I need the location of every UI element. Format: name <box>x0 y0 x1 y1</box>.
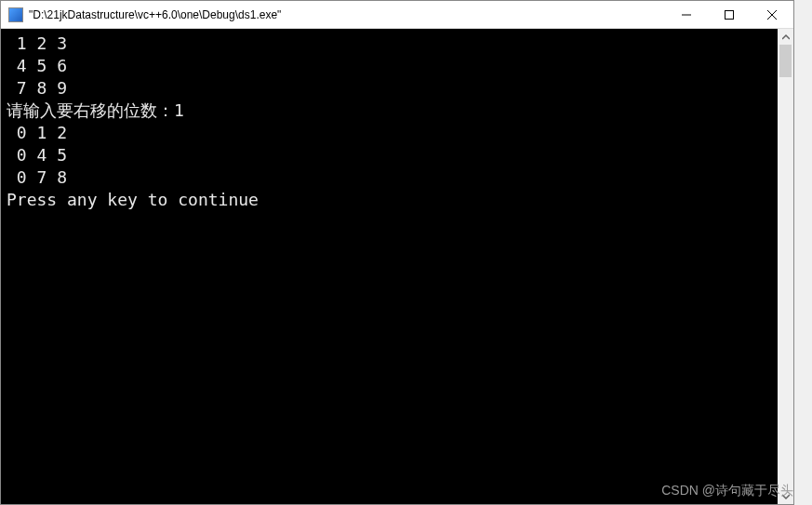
console-line: 4 5 6 <box>7 56 67 75</box>
console-line: 0 1 2 <box>7 123 67 142</box>
svg-rect-1 <box>725 10 734 19</box>
maximize-button[interactable] <box>708 1 751 28</box>
window-title: "D:\21jkDatastructure\vc++6.0\one\Debug\… <box>29 8 281 21</box>
titlebar-left: "D:\21jkDatastructure\vc++6.0\one\Debug\… <box>1 7 281 22</box>
console-output: 1 2 3 4 5 6 7 8 9 请输入要右移的位数：1 0 1 2 0 4 … <box>1 29 778 504</box>
console-line: 请输入要右移的位数：1 <box>7 100 184 120</box>
console-line: 0 7 8 <box>7 167 67 187</box>
maximize-icon <box>725 10 734 20</box>
console-line: 7 8 9 <box>7 78 67 98</box>
window-controls <box>665 1 793 28</box>
console-line: Press any key to continue <box>7 190 259 209</box>
scroll-track[interactable] <box>778 45 793 488</box>
app-icon <box>8 7 23 22</box>
close-icon <box>767 10 777 20</box>
console-window: "D:\21jkDatastructure\vc++6.0\one\Debug\… <box>0 0 794 505</box>
titlebar: "D:\21jkDatastructure\vc++6.0\one\Debug\… <box>1 1 793 29</box>
chevron-up-icon <box>782 33 790 41</box>
minimize-button[interactable] <box>665 1 708 28</box>
console-line: 1 2 3 <box>7 33 67 53</box>
content-area: 1 2 3 4 5 6 7 8 9 请输入要右移的位数：1 0 1 2 0 4 … <box>1 29 793 504</box>
scroll-thumb[interactable] <box>779 45 792 77</box>
scroll-up-button[interactable] <box>778 29 793 45</box>
vertical-scrollbar[interactable] <box>778 29 793 504</box>
chevron-down-icon <box>782 493 790 500</box>
minimize-icon <box>682 10 691 20</box>
console-line: 0 4 5 <box>7 145 67 165</box>
scroll-down-button[interactable] <box>778 488 793 504</box>
close-button[interactable] <box>751 1 793 28</box>
